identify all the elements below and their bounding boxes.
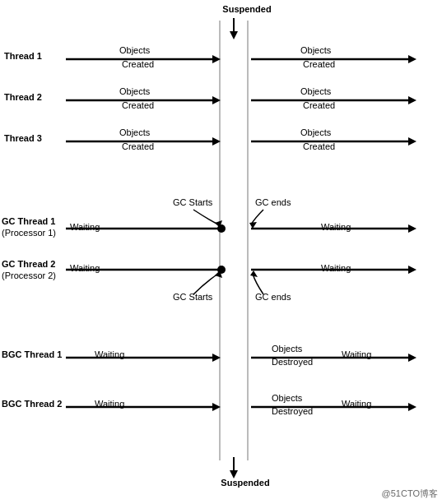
gc-thread1-label: GC Thread 1 <box>2 216 55 226</box>
watermark: @51CTO博客 <box>382 488 438 500</box>
thread2-right-created: Created <box>303 100 335 110</box>
gc-thread2-waiting-left: Waiting <box>70 263 100 273</box>
svg-marker-9 <box>408 55 416 63</box>
bgc-thread2-waiting-right: Waiting <box>342 399 371 409</box>
bgc-thread1-waiting-left: Waiting <box>95 349 124 359</box>
thread3-left-created: Created <box>122 141 154 151</box>
svg-marker-22 <box>408 224 416 233</box>
bgc-thread2-destroyed: Destroyed <box>272 406 313 416</box>
suspended-bottom-label: Suspended <box>208 478 282 488</box>
gc-thread2-gc-ends: GC ends <box>255 292 291 302</box>
svg-marker-7 <box>212 55 221 63</box>
thread1-label: Thread 1 <box>4 51 42 61</box>
gc-thread2-label: GC Thread 2 <box>2 259 55 269</box>
svg-marker-13 <box>408 96 416 104</box>
svg-marker-31 <box>212 354 221 362</box>
bgc-thread1-label: BGC Thread 1 <box>2 349 62 359</box>
svg-marker-3 <box>230 31 238 39</box>
thread2-left-created: Created <box>122 100 154 110</box>
thread3-right-objects: Objects <box>300 127 331 137</box>
bgc-thread1-objects: Objects <box>272 344 302 354</box>
gc-thread1-sub: (Processor 1) <box>2 228 56 238</box>
gc-thread2-gc-starts: GC Starts <box>173 292 212 302</box>
bgc-thread1-waiting-right: Waiting <box>342 349 371 359</box>
svg-point-19 <box>217 224 226 233</box>
gc-thread1-waiting-left: Waiting <box>70 222 100 232</box>
svg-marker-17 <box>408 137 416 146</box>
svg-marker-37 <box>408 403 416 411</box>
svg-marker-11 <box>212 96 221 104</box>
gc-thread1-waiting-right: Waiting <box>321 222 351 232</box>
thread3-label: Thread 3 <box>4 133 42 143</box>
diagram-svg <box>0 0 442 504</box>
thread2-label: Thread 2 <box>4 92 42 102</box>
svg-marker-28 <box>408 266 416 274</box>
thread3-right-created: Created <box>303 141 335 151</box>
svg-marker-20 <box>215 220 222 228</box>
gc-thread2-sub: (Processor 2) <box>2 270 56 280</box>
svg-point-25 <box>217 266 226 274</box>
svg-marker-33 <box>408 354 416 362</box>
bgc-thread2-label: BGC Thread 2 <box>2 399 62 409</box>
svg-marker-29 <box>250 270 258 277</box>
svg-marker-15 <box>212 137 221 146</box>
bgc-thread1-destroyed: Destroyed <box>272 357 313 367</box>
bgc-thread2-waiting-left: Waiting <box>95 399 124 409</box>
gc-thread1-gc-ends: GC ends <box>255 197 291 207</box>
thread1-right-objects: Objects <box>300 45 331 55</box>
suspended-top-label: Suspended <box>210 4 284 14</box>
gc-thread1-gc-starts: GC Starts <box>173 197 212 207</box>
svg-marker-35 <box>212 403 221 411</box>
diagram: Suspended Suspended Thread 1 Objects Cre… <box>0 0 442 504</box>
thread1-left-created: Created <box>122 59 154 69</box>
thread1-left-objects: Objects <box>119 45 150 55</box>
svg-marker-26 <box>215 270 222 278</box>
thread1-right-created: Created <box>303 59 335 69</box>
thread2-right-objects: Objects <box>300 86 331 96</box>
thread3-left-objects: Objects <box>119 127 150 137</box>
gc-thread2-waiting-right: Waiting <box>321 263 351 273</box>
bgc-thread2-objects: Objects <box>272 393 302 403</box>
svg-marker-23 <box>249 222 257 229</box>
thread2-left-objects: Objects <box>119 86 150 96</box>
